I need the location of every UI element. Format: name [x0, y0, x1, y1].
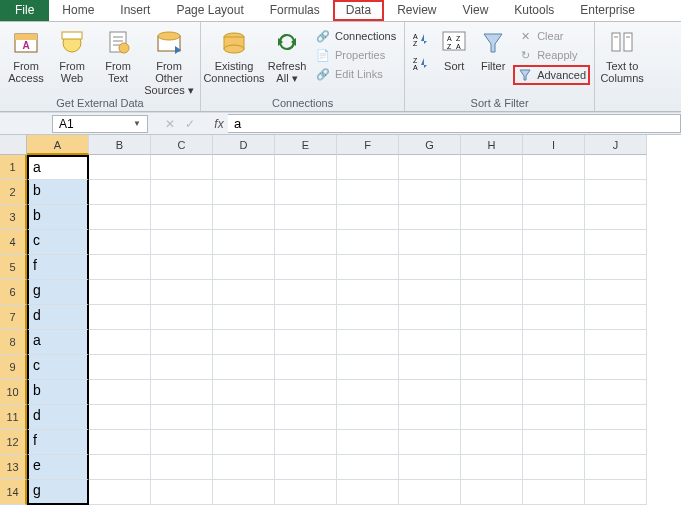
cell-C6[interactable]: [151, 280, 213, 305]
cell-H1[interactable]: [461, 155, 523, 180]
connections-button[interactable]: 🔗Connections: [311, 27, 400, 45]
cell-F8[interactable]: [337, 330, 399, 355]
accept-formula-icon[interactable]: ✓: [185, 117, 195, 131]
cell-J12[interactable]: [585, 430, 647, 455]
col-header-H[interactable]: H: [461, 135, 523, 155]
advanced-button[interactable]: Advanced: [513, 65, 590, 85]
cell-E6[interactable]: [275, 280, 337, 305]
cell-F11[interactable]: [337, 405, 399, 430]
cell-H3[interactable]: [461, 205, 523, 230]
cell-B6[interactable]: [89, 280, 151, 305]
cell-C13[interactable]: [151, 455, 213, 480]
cell-D4[interactable]: [213, 230, 275, 255]
cell-J10[interactable]: [585, 380, 647, 405]
cell-G13[interactable]: [399, 455, 461, 480]
cell-A1[interactable]: a: [27, 155, 89, 180]
cell-F1[interactable]: [337, 155, 399, 180]
cell-F5[interactable]: [337, 255, 399, 280]
sort-desc-button[interactable]: ZA: [409, 54, 433, 72]
cell-A8[interactable]: a: [27, 330, 89, 355]
tab-formulas[interactable]: Formulas: [257, 0, 333, 21]
cell-G4[interactable]: [399, 230, 461, 255]
reapply-button[interactable]: ↻Reapply: [513, 46, 590, 64]
cell-F2[interactable]: [337, 180, 399, 205]
row-header-6[interactable]: 6: [0, 280, 27, 305]
cell-C9[interactable]: [151, 355, 213, 380]
cell-B2[interactable]: [89, 180, 151, 205]
cell-I14[interactable]: [523, 480, 585, 505]
cell-J8[interactable]: [585, 330, 647, 355]
cell-J3[interactable]: [585, 205, 647, 230]
name-box[interactable]: A1▼: [52, 115, 148, 133]
cell-C14[interactable]: [151, 480, 213, 505]
cell-G3[interactable]: [399, 205, 461, 230]
cell-H2[interactable]: [461, 180, 523, 205]
col-header-A[interactable]: A: [27, 135, 89, 155]
text-to-columns-button[interactable]: Text to Columns: [599, 24, 645, 84]
row-header-14[interactable]: 14: [0, 480, 27, 505]
cell-H7[interactable]: [461, 305, 523, 330]
cell-I8[interactable]: [523, 330, 585, 355]
from-text-button[interactable]: From Text: [96, 24, 140, 84]
cell-F14[interactable]: [337, 480, 399, 505]
cell-G9[interactable]: [399, 355, 461, 380]
cell-F10[interactable]: [337, 380, 399, 405]
from-web-button[interactable]: From Web: [50, 24, 94, 84]
cell-J14[interactable]: [585, 480, 647, 505]
cell-G8[interactable]: [399, 330, 461, 355]
cell-C12[interactable]: [151, 430, 213, 455]
from-access-button[interactable]: A From Access: [4, 24, 48, 84]
col-header-C[interactable]: C: [151, 135, 213, 155]
col-header-F[interactable]: F: [337, 135, 399, 155]
cell-J2[interactable]: [585, 180, 647, 205]
cell-G12[interactable]: [399, 430, 461, 455]
cell-A7[interactable]: d: [27, 305, 89, 330]
cell-C3[interactable]: [151, 205, 213, 230]
cell-B8[interactable]: [89, 330, 151, 355]
col-header-I[interactable]: I: [523, 135, 585, 155]
fx-icon[interactable]: fx: [210, 117, 228, 131]
cell-F3[interactable]: [337, 205, 399, 230]
cell-I7[interactable]: [523, 305, 585, 330]
row-header-4[interactable]: 4: [0, 230, 27, 255]
row-header-2[interactable]: 2: [0, 180, 27, 205]
cell-F4[interactable]: [337, 230, 399, 255]
tab-view[interactable]: View: [450, 0, 502, 21]
cell-B5[interactable]: [89, 255, 151, 280]
cell-J11[interactable]: [585, 405, 647, 430]
tab-file[interactable]: File: [0, 0, 49, 21]
row-header-3[interactable]: 3: [0, 205, 27, 230]
cell-B12[interactable]: [89, 430, 151, 455]
row-header-12[interactable]: 12: [0, 430, 27, 455]
cell-E2[interactable]: [275, 180, 337, 205]
cell-I2[interactable]: [523, 180, 585, 205]
col-header-E[interactable]: E: [275, 135, 337, 155]
cell-A2[interactable]: b: [27, 180, 89, 205]
cell-G5[interactable]: [399, 255, 461, 280]
cell-A4[interactable]: c: [27, 230, 89, 255]
cell-D2[interactable]: [213, 180, 275, 205]
cell-J9[interactable]: [585, 355, 647, 380]
cell-E14[interactable]: [275, 480, 337, 505]
cell-D5[interactable]: [213, 255, 275, 280]
cell-H8[interactable]: [461, 330, 523, 355]
cell-B7[interactable]: [89, 305, 151, 330]
row-header-7[interactable]: 7: [0, 305, 27, 330]
cell-B3[interactable]: [89, 205, 151, 230]
cell-E7[interactable]: [275, 305, 337, 330]
cell-A6[interactable]: g: [27, 280, 89, 305]
cell-C1[interactable]: [151, 155, 213, 180]
cell-I4[interactable]: [523, 230, 585, 255]
formula-input[interactable]: a: [228, 114, 681, 133]
cell-C5[interactable]: [151, 255, 213, 280]
sort-button[interactable]: AZZA Sort: [435, 24, 473, 72]
cell-A14[interactable]: g: [27, 480, 89, 505]
cell-E4[interactable]: [275, 230, 337, 255]
cell-H10[interactable]: [461, 380, 523, 405]
row-header-9[interactable]: 9: [0, 355, 27, 380]
cell-B11[interactable]: [89, 405, 151, 430]
cell-I10[interactable]: [523, 380, 585, 405]
clear-button[interactable]: ✕Clear: [513, 27, 590, 45]
cell-B14[interactable]: [89, 480, 151, 505]
cell-E9[interactable]: [275, 355, 337, 380]
